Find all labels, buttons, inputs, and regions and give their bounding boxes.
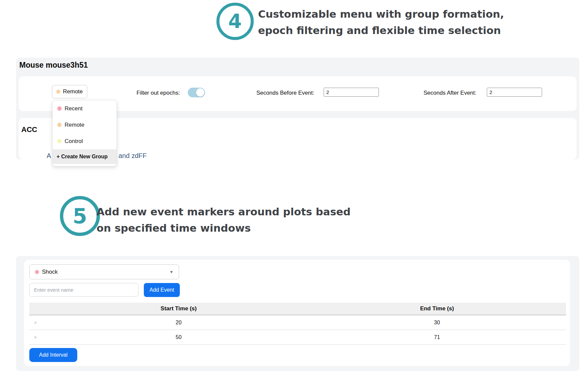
- add-event-button[interactable]: Add Event: [144, 283, 180, 297]
- acc-region-label: ACC: [21, 125, 37, 134]
- remote-color-dot: [57, 123, 62, 127]
- step-4-badge: 4: [216, 3, 254, 40]
- table-header-row: Start Time (s) End Time (s): [29, 303, 566, 315]
- menu-item-recent[interactable]: Recent: [53, 100, 117, 117]
- toggle-knob: [196, 88, 204, 97]
- seconds-after-label: Seconds After Event:: [424, 90, 476, 96]
- interval-table: Start Time (s) End Time (s) × 20 30 × 50…: [29, 303, 566, 345]
- step-5-title: Add new event markers around plots based…: [97, 204, 351, 236]
- mouse-panel-title: Mouse mouse3h51: [19, 61, 88, 70]
- menu-item-remote[interactable]: Remote: [53, 117, 117, 133]
- event-card: Shock ▼ Add Event Start Time (s) End Tim…: [24, 260, 570, 366]
- event-dropdown-value: Shock: [42, 269, 58, 275]
- step-5-number: 5: [73, 204, 87, 228]
- start-time-header: Start Time (s): [49, 305, 308, 312]
- start-time-value: 50: [49, 334, 308, 340]
- step-4-title-line1: Customizable menu with group formation,: [258, 6, 504, 22]
- delete-row-icon[interactable]: ×: [29, 320, 49, 325]
- table-row: × 20 30: [29, 315, 566, 330]
- end-time-value: 30: [308, 320, 566, 326]
- menu-item-create-new-group[interactable]: + Create New Group: [53, 149, 117, 164]
- plot-title-fragment-right[interactable]: and zdFF: [119, 152, 147, 160]
- delete-row-icon[interactable]: ×: [29, 334, 49, 340]
- control-color-dot: [57, 139, 62, 143]
- event-marker-panel: Shock ▼ Add Event Start Time (s) End Tim…: [16, 256, 579, 371]
- step-4-title: Customizable menu with group formation, …: [258, 6, 504, 39]
- end-time-header: End Time (s): [308, 305, 566, 312]
- end-time-value: 71: [308, 334, 566, 340]
- event-name-input[interactable]: [29, 283, 139, 297]
- step-5-badge: 5: [60, 196, 100, 236]
- group-color-dot: [56, 90, 60, 94]
- seconds-before-input[interactable]: [324, 88, 379, 97]
- step-5-title-line1: Add new event markers around plots based: [97, 204, 351, 220]
- step-5-title-line2: on specified time windows: [97, 220, 351, 236]
- seconds-after-input[interactable]: [487, 88, 542, 97]
- group-dropdown-value: Remote: [63, 88, 83, 95]
- plot-title-fragment-left[interactable]: A: [47, 152, 51, 160]
- event-type-dropdown[interactable]: Shock ▼: [29, 264, 179, 279]
- step-4-number: 4: [228, 10, 242, 33]
- add-interval-button[interactable]: Add Interval: [29, 348, 77, 362]
- start-time-value: 20: [49, 320, 308, 326]
- event-color-dot: [35, 270, 39, 274]
- group-dropdown-menu: Recent Remote Control + Create New Group: [52, 100, 117, 166]
- filter-epochs-label: Filter out epochs:: [137, 90, 180, 96]
- recent-color-dot: [57, 106, 62, 111]
- chevron-down-icon: ▼: [169, 270, 173, 274]
- group-dropdown-trigger[interactable]: Remote: [52, 85, 87, 98]
- mouse-panel: Mouse mouse3h51 Remote Filter out epochs…: [16, 58, 579, 159]
- step-4-title-line2: epoch filtering and flexible time select…: [258, 22, 504, 39]
- table-row: × 50 71: [29, 330, 566, 345]
- filter-epochs-toggle[interactable]: [188, 88, 205, 97]
- seconds-before-label: Seconds Before Event:: [256, 90, 314, 96]
- menu-item-control[interactable]: Control: [53, 133, 117, 149]
